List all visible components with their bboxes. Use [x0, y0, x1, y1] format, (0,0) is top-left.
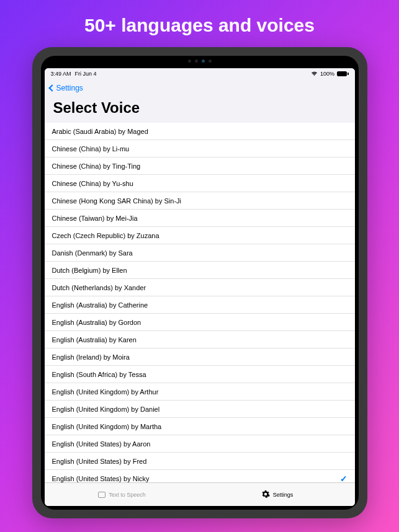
- checkmark-icon: ✓: [340, 474, 347, 483]
- camera-bar: [188, 60, 212, 63]
- chevron-left-icon: [48, 84, 55, 91]
- voice-label: English (United Kingdom) by Martha: [52, 423, 162, 430]
- battery-icon: [337, 71, 349, 76]
- battery-percent: 100%: [320, 71, 334, 77]
- wifi-icon: [311, 71, 318, 76]
- promo-title: 50+ languages and voices: [84, 15, 315, 36]
- voice-row[interactable]: Chinese (Taiwan) by Mei-Jia: [45, 210, 355, 227]
- voice-list[interactable]: Arabic (Saudi Arabia) by MagedChinese (C…: [45, 123, 355, 482]
- voice-label: English (United States) by Nicky: [52, 475, 150, 482]
- voice-label: English (Ireland) by Moira: [52, 353, 130, 361]
- voice-label: Chinese (China) by Yu-shu: [52, 180, 133, 187]
- status-bar: 3:49 AM Fri Jun 4 100%: [45, 68, 355, 79]
- tablet-bezel: 3:49 AM Fri Jun 4 100% Settings: [41, 56, 359, 510]
- voice-label: English (Australia) by Catherine: [52, 301, 148, 309]
- tab-bar: Text to Speech Settings: [45, 482, 355, 506]
- tablet-frame: 3:49 AM Fri Jun 4 100% Settings: [32, 47, 367, 518]
- tab-tts-label: Text to Speech: [109, 492, 146, 498]
- voice-row[interactable]: English (United States) by Nicky✓: [45, 470, 355, 482]
- voice-row[interactable]: Chinese (Hong Kong SAR China) by Sin-Ji: [45, 192, 355, 210]
- tab-text-to-speech[interactable]: Text to Speech: [45, 483, 200, 506]
- voice-label: English (Australia) by Gordon: [52, 319, 141, 326]
- page-title: Select Voice: [53, 99, 346, 117]
- page-header: Select Voice: [45, 97, 355, 123]
- voice-row[interactable]: Dutch (Belgium) by Ellen: [45, 262, 355, 279]
- status-time: 3:49 AM: [51, 71, 71, 77]
- voice-row[interactable]: English (United Kingdom) by Arthur: [45, 383, 355, 401]
- tab-settings[interactable]: Settings: [200, 483, 355, 506]
- voice-row[interactable]: Chinese (China) by Ting-Ting: [45, 157, 355, 175]
- back-button[interactable]: Settings: [50, 84, 83, 92]
- voice-row[interactable]: Czech (Czech Republic) by Zuzana: [45, 227, 355, 244]
- text-to-speech-icon: [98, 492, 105, 498]
- voice-label: Danish (Denmark) by Sara: [52, 249, 133, 257]
- voice-label: Chinese (China) by Li-mu: [52, 145, 130, 153]
- voice-row[interactable]: English (United States) by Aaron: [45, 435, 355, 453]
- voice-label: Chinese (China) by Ting-Ting: [52, 162, 141, 170]
- voice-row[interactable]: English (South Africa) by Tessa: [45, 366, 355, 383]
- voice-label: English (United States) by Fred: [52, 458, 147, 465]
- voice-label: Arabic (Saudi Arabia) by Maged: [52, 128, 148, 135]
- status-date: Fri Jun 4: [75, 71, 97, 77]
- voice-label: English (United Kingdom) by Daniel: [52, 406, 160, 413]
- voice-label: English (United States) by Aaron: [52, 440, 151, 448]
- nav-bar: Settings: [45, 79, 355, 97]
- voice-label: English (United Kingdom) by Arthur: [52, 388, 159, 396]
- back-label: Settings: [56, 84, 83, 92]
- voice-row[interactable]: Chinese (China) by Yu-shu: [45, 175, 355, 192]
- voice-label: Dutch (Belgium) by Ellen: [52, 267, 127, 274]
- voice-row[interactable]: Danish (Denmark) by Sara: [45, 244, 355, 262]
- voice-row[interactable]: English (Australia) by Karen: [45, 331, 355, 348]
- voice-label: Chinese (Taiwan) by Mei-Jia: [52, 215, 138, 222]
- voice-row[interactable]: English (United Kingdom) by Daniel: [45, 401, 355, 418]
- voice-row[interactable]: Chinese (China) by Li-mu: [45, 140, 355, 157]
- voice-label: English (South Africa) by Tessa: [52, 371, 146, 378]
- voice-label: Dutch (Netherlands) by Xander: [52, 284, 146, 291]
- voice-row[interactable]: English (United States) by Fred: [45, 453, 355, 470]
- voice-row[interactable]: English (Australia) by Catherine: [45, 296, 355, 314]
- tab-settings-label: Settings: [273, 492, 294, 498]
- voice-row[interactable]: English (Australia) by Gordon: [45, 314, 355, 331]
- voice-row[interactable]: English (Ireland) by Moira: [45, 348, 355, 366]
- gear-icon: [261, 490, 270, 500]
- voice-label: Czech (Czech Republic) by Zuzana: [52, 232, 159, 239]
- screen: 3:49 AM Fri Jun 4 100% Settings: [45, 68, 355, 506]
- voice-label: Chinese (Hong Kong SAR China) by Sin-Ji: [52, 197, 182, 205]
- voice-row[interactable]: Arabic (Saudi Arabia) by Maged: [45, 123, 355, 140]
- voice-row[interactable]: English (United Kingdom) by Martha: [45, 418, 355, 435]
- voice-label: English (Australia) by Karen: [52, 336, 137, 344]
- voice-row[interactable]: Dutch (Netherlands) by Xander: [45, 279, 355, 296]
